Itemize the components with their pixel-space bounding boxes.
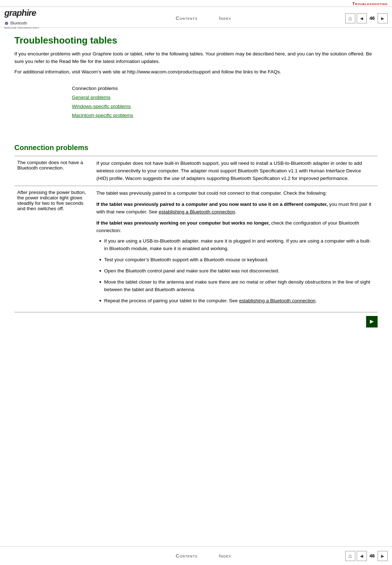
breadcrumb-label: Troubleshooting [352,1,388,6]
intro-paragraph-1: If you encounter problems with your Grap… [14,50,378,65]
logo-bluetooth: ⦺ Bluetooth [4,21,27,26]
bold-no-longer: If the tablet was previously working on … [96,220,270,226]
solution-2-different-computer: If the tablet was previously paired to a… [96,201,373,216]
solution-2-cell: The tablet was previously paired to a co… [94,186,378,312]
problem-1: The computer does not have a Bluetooth c… [14,156,94,186]
nav-index-bottom[interactable]: Index [219,553,231,559]
bullet-4: Move the tablet closer to the antenna an… [96,279,373,294]
bullet-3: Open the Bluetooth control panel and mak… [96,267,373,275]
bullet-2: Test your computer’s Bluetooth support w… [96,256,373,264]
solution-2-intro: The tablet was previously paired to a co… [96,190,373,197]
bullet-5: Repeat the process of pairing your table… [96,297,373,305]
next-button-top[interactable]: ► [378,13,388,23]
solution-1: If your computer does not have built-in … [94,156,378,186]
next-btn-row: ► [14,312,378,330]
home-button-bottom[interactable]: ⌂ [345,551,355,561]
logo-graphire: graphire [4,7,47,20]
nav-index-top[interactable]: Index [219,15,231,21]
problems-table: The computer does not have a Bluetooth c… [14,156,378,312]
solution-2-no-longer: If the tablet was previously working on … [96,220,373,235]
toc-link-windows[interactable]: Windows-specific problems [72,103,378,111]
page-header: graphire ⦺ Bluetooth WACOM TECHNOLOGY Co… [0,7,392,28]
home-button-top[interactable]: ⌂ [345,13,355,23]
page-number-bottom: 46 [370,553,375,559]
next-icon: ► [380,15,385,21]
next-page-button[interactable]: ► [366,316,378,327]
bluetooth-label: Bluetooth [10,21,27,25]
toc-section: Connection problems General problems Win… [72,85,378,120]
link-establishing-2[interactable]: establishing a Bluetooth connection [239,298,315,303]
footer-nav: Contents Index [62,553,345,559]
header-controls: ⌂ ◄ 46 ► [345,13,388,23]
page-title: Troubleshooting tables [14,35,378,46]
problem-2: After pressing the power button, the pow… [14,186,94,312]
main-content: Troubleshooting tables If you encounter … [0,28,392,338]
logo: graphire ⦺ Bluetooth WACOM TECHNOLOGY [4,7,62,30]
bluetooth-symbol: ⦺ [4,21,9,26]
page-footer: Contents Index ⌂ ◄ 46 ► [0,546,392,565]
bold-different: If the tablet was previously paired to a… [96,202,328,207]
toc-item-0: Connection problems [72,85,378,93]
link-establishing-1[interactable]: establishing a Bluetooth connection [159,209,235,214]
bullet-1: If you are using a USB-to-Bluetooth adap… [96,238,373,253]
next-button-bottom[interactable]: ► [378,551,388,561]
intro-paragraph-2: For additional information, visit Wacom’… [14,68,378,76]
nav-contents-top[interactable]: Contents [176,15,197,21]
footer-controls: ⌂ ◄ 46 ► [345,551,388,561]
table-row-1: The computer does not have a Bluetooth c… [14,156,378,186]
prev-button-bottom[interactable]: ◄ [357,551,367,561]
table-row-2: After pressing the power button, the pow… [14,186,378,312]
prev-icon: ◄ [359,15,364,21]
header-nav: Contents Index [62,15,345,21]
nav-contents-bottom[interactable]: Contents [176,553,197,559]
toc-link-mac[interactable]: Macintosh-specific problems [72,112,378,120]
home-icon-bottom: ⌂ [348,553,352,559]
connection-problems-heading: Connection problems [14,143,378,152]
page-number-top: 46 [370,15,375,21]
prev-button-top[interactable]: ◄ [357,13,367,23]
top-breadcrumb: Troubleshooting [0,0,392,7]
logo-company: WACOM TECHNOLOGY [4,26,39,30]
toc-link-general[interactable]: General problems [72,94,378,102]
next-page-icon: ► [369,318,375,325]
svg-text:graphire: graphire [4,8,36,18]
home-icon: ⌂ [348,15,352,22]
bullet-list: If you are using a USB-to-Bluetooth adap… [96,238,373,304]
prev-icon-bottom: ◄ [359,553,364,559]
next-icon-bottom: ► [380,553,385,559]
